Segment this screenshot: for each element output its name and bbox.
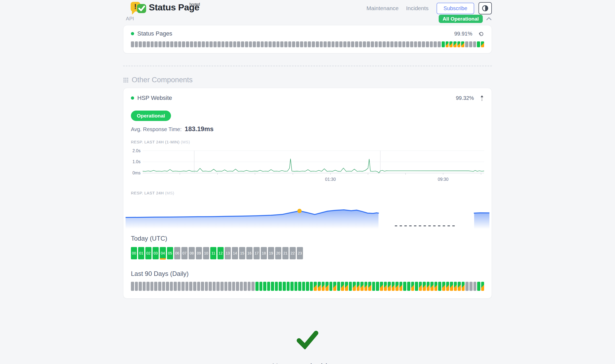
hour-block[interactable]: 11	[210, 247, 216, 259]
uptime-bar[interactable]	[232, 282, 235, 291]
uptime-bar[interactable]	[202, 41, 205, 47]
uptime-bar[interactable]	[162, 41, 166, 47]
uptime-bar[interactable]	[271, 282, 274, 291]
uptime-bar[interactable]	[410, 41, 413, 47]
uptime-bar[interactable]	[469, 282, 473, 291]
uptime-bar[interactable]	[360, 282, 364, 291]
uptime-bar[interactable]	[296, 41, 299, 47]
uptime-bar[interactable]	[287, 282, 290, 291]
uptime-bar[interactable]	[267, 282, 270, 291]
uptime-bar[interactable]	[181, 282, 185, 291]
uptime-bar[interactable]	[166, 282, 169, 291]
uptime-bar[interactable]	[170, 282, 173, 291]
uptime-bar[interactable]	[220, 282, 224, 291]
uptime-bar[interactable]	[355, 41, 358, 47]
hour-block[interactable]: 10	[203, 247, 209, 259]
uptime-bar[interactable]	[394, 41, 398, 47]
uptime-bar[interactable]	[434, 41, 437, 47]
uptime-bar[interactable]	[481, 41, 484, 47]
uptime-bar[interactable]	[280, 41, 283, 47]
uptime-bar[interactable]	[178, 41, 181, 47]
uptime-bar[interactable]	[347, 41, 351, 47]
uptime-bar[interactable]	[298, 282, 301, 291]
uptime-bar[interactable]	[237, 41, 240, 47]
uptime-bar[interactable]	[427, 282, 430, 291]
nav-maintenance[interactable]: Maintenance	[367, 5, 399, 11]
uptime-bar[interactable]	[277, 41, 280, 47]
uptime-bar[interactable]	[284, 41, 287, 47]
uptime-bar[interactable]	[300, 41, 303, 47]
uptime-bar[interactable]	[292, 41, 295, 47]
uptime-bar[interactable]	[221, 41, 225, 47]
uptime-bar[interactable]	[244, 282, 247, 291]
uptime-bar[interactable]	[213, 41, 217, 47]
uptime-bar[interactable]	[241, 41, 244, 47]
uptime-bar[interactable]	[403, 282, 406, 291]
uptime-bar[interactable]	[151, 41, 154, 47]
uptime-bar[interactable]	[411, 282, 414, 291]
uptime-bar[interactable]	[249, 41, 252, 47]
uptime-bar[interactable]	[193, 282, 196, 291]
uptime-bar[interactable]	[406, 41, 409, 47]
hour-block[interactable]: 08	[189, 247, 195, 259]
uptime-bar[interactable]	[367, 41, 370, 47]
uptime-bar[interactable]	[189, 282, 192, 291]
uptime-bar[interactable]	[379, 41, 382, 47]
refresh-icon[interactable]	[478, 31, 484, 37]
uptime-bar[interactable]	[390, 41, 394, 47]
uptime-bar[interactable]	[261, 41, 264, 47]
uptime-bar[interactable]	[185, 282, 189, 291]
uptime-bar[interactable]	[135, 282, 138, 291]
uptime-bar[interactable]	[462, 282, 465, 291]
uptime-bar[interactable]	[423, 282, 426, 291]
uptime-bar[interactable]	[372, 282, 375, 291]
uptime-bar[interactable]	[312, 41, 315, 47]
uptime-bar[interactable]	[473, 41, 476, 47]
uptime-bar[interactable]	[139, 282, 142, 291]
uptime-bar[interactable]	[154, 41, 158, 47]
theme-toggle-button[interactable]	[478, 2, 492, 14]
uptime-bar[interactable]	[279, 282, 282, 291]
uptime-bar[interactable]	[457, 41, 461, 47]
uptime-bar[interactable]	[465, 41, 468, 47]
uptime-bar[interactable]	[259, 282, 263, 291]
uptime-bar[interactable]	[162, 282, 165, 291]
hour-block[interactable]: 07	[181, 247, 188, 259]
uptime-bar[interactable]	[375, 41, 378, 47]
uptime-bar[interactable]	[310, 282, 313, 291]
uptime-bar[interactable]	[357, 282, 360, 291]
chart-marker-dot[interactable]	[297, 209, 302, 213]
uptime-bar[interactable]	[304, 41, 307, 47]
uptime-bar[interactable]	[337, 282, 340, 291]
uptime-bar[interactable]	[178, 282, 181, 291]
uptime-bar[interactable]	[147, 41, 150, 47]
uptime-bar[interactable]	[343, 41, 347, 47]
uptime-bar[interactable]	[438, 282, 441, 291]
collapse-chevron-icon[interactable]	[486, 17, 492, 21]
hour-block[interactable]: 18	[261, 247, 267, 259]
logo[interactable]: ! Status Page hosted	[130, 1, 199, 15]
uptime-bar[interactable]	[294, 282, 298, 291]
uptime-bar[interactable]	[290, 282, 294, 291]
uptime-bar[interactable]	[430, 41, 433, 47]
uptime-bar[interactable]	[194, 41, 197, 47]
uptime-bar[interactable]	[131, 41, 134, 47]
uptime-bar[interactable]	[442, 282, 445, 291]
expand-arrow-icon[interactable]	[480, 95, 484, 101]
uptime-bar[interactable]	[368, 282, 371, 291]
uptime-bar[interactable]	[383, 41, 386, 47]
hour-block[interactable]: 15	[239, 247, 245, 259]
uptime-bar[interactable]	[229, 41, 232, 47]
uptime-bar[interactable]	[314, 282, 317, 291]
uptime-bar[interactable]	[209, 41, 213, 47]
uptime-bar[interactable]	[349, 282, 352, 291]
hour-block[interactable]: 03	[153, 247, 159, 259]
subscribe-button[interactable]: Subscribe	[437, 3, 474, 14]
hour-block[interactable]: 20	[275, 247, 281, 259]
hour-block[interactable]: 02	[145, 247, 151, 259]
uptime-bar[interactable]	[388, 282, 391, 291]
uptime-bar[interactable]	[139, 41, 142, 47]
uptime-bar[interactable]	[150, 282, 154, 291]
uptime-bar[interactable]	[446, 282, 449, 291]
uptime-bar[interactable]	[376, 282, 379, 291]
